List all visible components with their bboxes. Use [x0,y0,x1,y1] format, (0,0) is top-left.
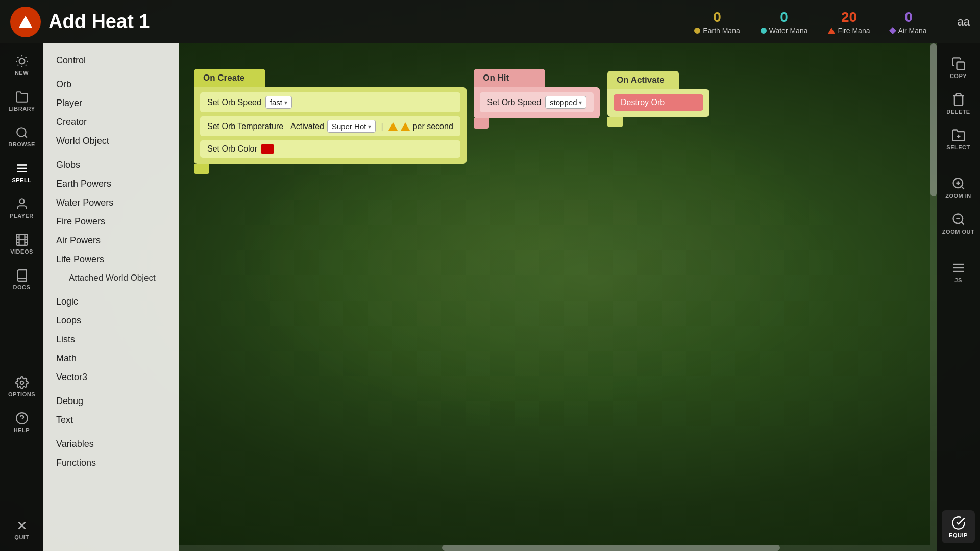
nav-item-options[interactable]: OPTIONS [5,370,38,403]
nav-item-videos[interactable]: VIDEOS [5,227,38,260]
on-create-block: On Create Set Orb Speed fast Set Orb Tem… [194,69,467,174]
category-math[interactable]: Math [43,349,179,368]
equip-label: EQUIP [949,532,968,538]
category-control[interactable]: Control [43,51,179,70]
water-mana-label: Water Mana [761,27,808,35]
scrollbar-thumb[interactable] [930,43,937,196]
category-water-powers[interactable]: Water Powers [43,193,179,212]
fire-mana-text: Fire Mana [838,27,870,35]
air-mana: 0 Air Mana [890,9,926,35]
on-hit-footer [474,118,489,129]
nav-item-player[interactable]: PLAYER [5,191,38,224]
air-mana-text: Air Mana [898,27,926,35]
set-orb-speed-label: Set Orb Speed [207,98,261,107]
nav-videos-label: VIDEOS [10,248,33,255]
horizontal-scrollbar[interactable] [179,545,930,551]
code-icon [951,261,966,275]
fire-mana-label: Fire Mana [828,27,870,35]
svg-point-10 [17,128,26,136]
svg-line-33 [961,186,964,189]
tool-select[interactable]: SELECT [942,122,975,156]
set-orb-color-block[interactable]: Set Orb Color [200,140,460,158]
category-fire-powers[interactable]: Fire Powers [43,212,179,231]
vertical-scrollbar[interactable] [930,43,937,551]
svg-line-8 [17,64,18,65]
set-orb-temperature-block[interactable]: Set Orb Temperature Activated Super Hot … [200,116,460,136]
set-orb-speed-hit-label: Set Orb Speed [487,98,541,107]
menu-icon [15,162,29,175]
earth-mana-label: Earth Mana [694,27,740,35]
category-text[interactable]: Text [43,411,179,430]
category-functions[interactable]: Functions [43,454,179,472]
nav-docs-label: DOCS [13,284,31,290]
svg-marker-0 [19,16,32,28]
book-icon [15,269,29,282]
svg-point-1 [19,58,24,64]
left-nav: NEW LIBRARY BROWSE SPELL PLAYER [0,43,43,551]
category-lists[interactable]: Lists [43,330,179,349]
gear-icon [15,376,29,389]
category-debug[interactable]: Debug [43,392,179,411]
nav-item-spell[interactable]: SPELL [5,156,38,189]
nav-item-browse[interactable]: BROWSE [5,120,38,153]
tool-copy[interactable]: COPY [942,51,975,84]
orb-speed-hit-dropdown[interactable]: stopped [545,96,586,109]
category-loops[interactable]: Loops [43,311,179,330]
spacer-4 [43,387,179,392]
activated-label: Activated [290,122,324,131]
water-mana-dot [761,28,767,34]
air-mana-label: Air Mana [890,27,926,35]
category-logic[interactable]: Logic [43,292,179,311]
nav-item-quit[interactable]: QUIT [5,513,38,546]
nav-item-new[interactable]: NEW [5,48,38,82]
fire-triangle-icon [18,14,33,30]
on-hit-header: On Hit [474,69,545,87]
question-icon [15,412,29,425]
nav-library-label: LIBRARY [9,106,35,112]
fire-mana: 20 Fire Mana [828,9,870,35]
nav-help-label: HELP [14,427,30,433]
nav-spell-label: SPELL [12,177,32,183]
category-life-powers[interactable]: Life Powers [43,250,179,269]
category-world-object[interactable]: World Object [43,132,179,151]
temp-dropdown[interactable]: Super Hot [327,120,376,133]
nav-item-docs[interactable]: DOCS [5,263,38,296]
set-orb-speed-hit-block[interactable]: Set Orb Speed stopped [480,92,594,112]
spacer-5 [43,430,179,435]
category-orb[interactable]: Orb [43,75,179,94]
category-air-powers[interactable]: Air Powers [43,231,179,250]
on-hit-body: Set Orb Speed stopped [474,87,600,118]
js-label: JS [954,277,962,283]
nav-item-library[interactable]: LIBRARY [5,84,38,117]
color-swatch[interactable] [261,144,274,154]
category-attached-world-object[interactable]: Attached World Object [43,269,179,287]
air-mana-value: 0 [904,9,913,26]
category-player[interactable]: Player [43,94,179,113]
tool-js[interactable]: JS [942,255,975,288]
set-orb-speed-create-block[interactable]: Set Orb Speed fast [200,92,460,112]
temp-value: Super Hot [332,122,366,131]
spacer-2 [43,151,179,156]
category-creator[interactable]: Creator [43,113,179,132]
category-vector3[interactable]: Vector3 [43,368,179,387]
tool-zoom-out[interactable]: ZOOM OUT [942,207,975,240]
on-activate-block: On Activate Destroy Orb [607,71,709,127]
category-earth-powers[interactable]: Earth Powers [43,174,179,193]
set-orb-color-label: Set Orb Color [207,144,257,154]
nav-item-help[interactable]: HELP [5,406,38,439]
zoom-in-label: ZOOM IN [945,193,971,199]
destroy-orb-block[interactable]: Destroy Orb [614,94,703,111]
horizontal-scrollbar-thumb[interactable] [442,545,780,551]
nav-quit-label: QUIT [14,534,29,540]
block-editor: On Create Set Orb Speed fast Set Orb Tem… [179,43,937,197]
water-mana-value: 0 [780,9,788,26]
on-activate-body: Destroy Orb [607,89,709,117]
svg-point-15 [19,199,24,204]
orb-speed-dropdown[interactable]: fast [265,96,292,109]
category-variables[interactable]: Variables [43,435,179,454]
tool-delete[interactable]: DELETE [942,87,975,120]
tool-equip[interactable]: EQUIP [942,510,975,543]
category-globs[interactable]: Globs [43,156,179,174]
tool-zoom-in[interactable]: ZOOM IN [942,171,975,204]
username: aa [958,15,970,29]
